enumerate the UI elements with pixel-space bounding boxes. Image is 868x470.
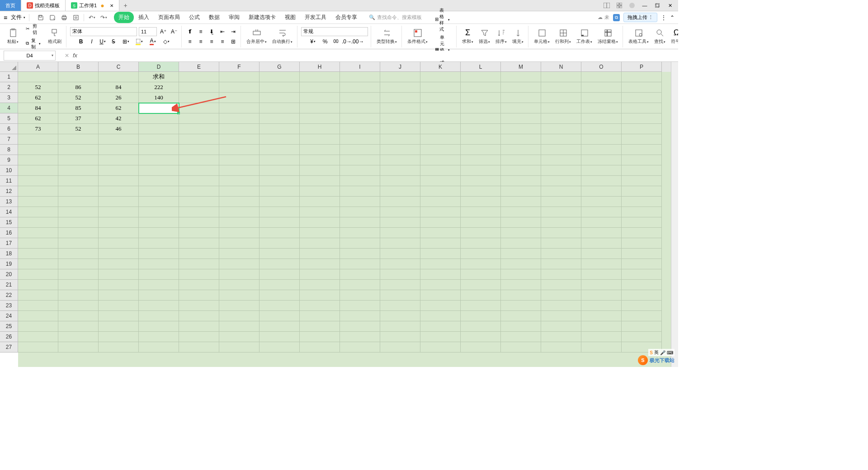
cell-E9[interactable] <box>179 155 219 165</box>
cell-J23[interactable] <box>380 301 420 311</box>
cell-L6[interactable] <box>461 124 501 134</box>
row-header-27[interactable]: 27 <box>0 342 18 352</box>
cell-K27[interactable] <box>420 342 461 352</box>
cell-D20[interactable] <box>139 269 179 280</box>
cell-G27[interactable] <box>259 342 300 352</box>
cell-D13[interactable] <box>139 197 179 207</box>
cell-G8[interactable] <box>259 145 300 155</box>
cell-N23[interactable] <box>541 301 581 311</box>
cell-I9[interactable] <box>340 155 380 165</box>
cell-D3[interactable]: 140 <box>139 93 179 103</box>
col-header-A[interactable]: A <box>18 62 58 72</box>
cell-I23[interactable] <box>340 301 380 311</box>
cell-B20[interactable] <box>58 269 99 280</box>
cell-J19[interactable] <box>380 259 420 269</box>
cell-C17[interactable] <box>99 238 139 249</box>
cell-I27[interactable] <box>340 342 380 352</box>
cell-K4[interactable] <box>420 103 461 113</box>
cell-D4[interactable] <box>139 103 179 113</box>
cell-E12[interactable] <box>179 186 219 197</box>
align-left-icon[interactable]: ≡ <box>185 37 194 46</box>
cell-H26[interactable] <box>300 332 340 342</box>
cell-D15[interactable] <box>139 217 179 228</box>
cell-K13[interactable] <box>420 197 461 207</box>
cell-P18[interactable] <box>622 249 662 259</box>
cell-M5[interactable] <box>501 113 541 124</box>
row-header-12[interactable]: 12 <box>0 186 18 197</box>
cell-M13[interactable] <box>501 197 541 207</box>
cell-M2[interactable] <box>501 82 541 93</box>
row-header-2[interactable]: 2 <box>0 82 18 93</box>
cell-A24[interactable] <box>18 311 58 321</box>
cell-F15[interactable] <box>219 217 259 228</box>
bold-button[interactable]: B <box>76 37 85 46</box>
cell-N1[interactable] <box>541 72 581 82</box>
cell-H16[interactable] <box>300 228 340 238</box>
tab-formulas[interactable]: 公式 <box>184 12 204 23</box>
cell-F9[interactable] <box>219 155 259 165</box>
cell-H9[interactable] <box>300 155 340 165</box>
cell-H1[interactable] <box>300 72 340 82</box>
cell-I20[interactable] <box>340 269 380 280</box>
redo-icon[interactable]: ↷▾ <box>99 14 108 22</box>
cell-P7[interactable] <box>622 134 662 145</box>
cell-L2[interactable] <box>461 82 501 93</box>
row-header-6[interactable]: 6 <box>0 124 18 134</box>
cell-D10[interactable] <box>139 165 179 176</box>
cell-N14[interactable] <box>541 207 581 217</box>
cell-J5[interactable] <box>380 113 420 124</box>
cell-I16[interactable] <box>340 228 380 238</box>
border-button[interactable]: ⊞▾ <box>120 37 132 46</box>
cell-M6[interactable] <box>501 124 541 134</box>
cell-E13[interactable] <box>179 197 219 207</box>
cell-H22[interactable] <box>300 290 340 301</box>
row-header-21[interactable]: 21 <box>0 280 18 290</box>
cell-P3[interactable] <box>622 93 662 103</box>
cell-A8[interactable] <box>18 145 58 155</box>
cell-C9[interactable] <box>99 155 139 165</box>
font-name-select[interactable] <box>70 27 137 36</box>
row-header-23[interactable]: 23 <box>0 301 18 311</box>
cell-E4[interactable] <box>179 103 219 113</box>
cell-F26[interactable] <box>219 332 259 342</box>
cell-C26[interactable] <box>99 332 139 342</box>
cell-C16[interactable] <box>99 228 139 238</box>
cell-E27[interactable] <box>179 342 219 352</box>
cell-L14[interactable] <box>461 207 501 217</box>
cell-O6[interactable] <box>581 124 622 134</box>
cell-O3[interactable] <box>581 93 622 103</box>
cell-G12[interactable] <box>259 186 300 197</box>
cell-B26[interactable] <box>58 332 99 342</box>
cell-P21[interactable] <box>622 280 662 290</box>
format-painter-button[interactable]: 格式刷 <box>46 28 63 46</box>
cell-D24[interactable] <box>139 311 179 321</box>
cell-B11[interactable] <box>58 176 99 186</box>
cancel-fx-icon[interactable]: ✕ <box>65 52 69 59</box>
col-header-L[interactable]: L <box>461 62 501 72</box>
cell-P5[interactable] <box>622 113 662 124</box>
cell-C24[interactable] <box>99 311 139 321</box>
collapse-ribbon-icon[interactable]: ⌃ <box>670 14 675 21</box>
cell-J24[interactable] <box>380 311 420 321</box>
decrease-font-icon[interactable]: A⁻ <box>170 27 179 36</box>
cell-F21[interactable] <box>219 280 259 290</box>
row-header-13[interactable]: 13 <box>0 197 18 207</box>
cell-F17[interactable] <box>219 238 259 249</box>
cell-K5[interactable] <box>420 113 461 124</box>
cell-I8[interactable] <box>340 145 380 155</box>
cell-E8[interactable] <box>179 145 219 155</box>
row-header-14[interactable]: 14 <box>0 207 18 217</box>
cell-F18[interactable] <box>219 249 259 259</box>
cell-J9[interactable] <box>380 155 420 165</box>
cell-M22[interactable] <box>501 290 541 301</box>
cell-L9[interactable] <box>461 155 501 165</box>
cell-G9[interactable] <box>259 155 300 165</box>
cell-G3[interactable] <box>259 93 300 103</box>
cell-B17[interactable] <box>58 238 99 249</box>
cell-H10[interactable] <box>300 165 340 176</box>
cell-M21[interactable] <box>501 280 541 290</box>
cell-G21[interactable] <box>259 280 300 290</box>
file-menu[interactable]: 文件▾ <box>11 14 25 21</box>
row-header-11[interactable]: 11 <box>0 176 18 186</box>
cell-M17[interactable] <box>501 238 541 249</box>
